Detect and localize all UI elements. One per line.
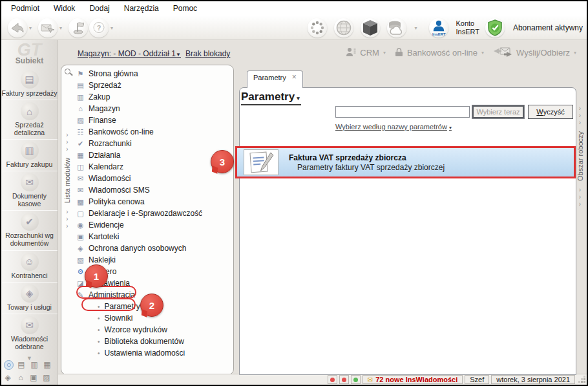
- konto-insert-button[interactable]: InsERT: [429, 18, 448, 38]
- tree-item-biblioteka-dokumentow[interactable]: •Biblioteka dokumentów: [73, 336, 233, 347]
- shortcut-icon-8[interactable]: ▨: [41, 373, 52, 383]
- menu-narzedzia[interactable]: Narzędzia: [117, 2, 166, 15]
- globe-button[interactable]: [334, 18, 353, 38]
- database-dropdown-caret[interactable]: ▾: [414, 25, 417, 31]
- back-dropdown-caret[interactable]: ▾: [29, 25, 32, 31]
- shortcut-icon-5[interactable]: ◈: [3, 373, 13, 383]
- ins-wiadomosci-box[interactable]: ✉ 72 nowe InsWiadomości: [362, 375, 463, 384]
- tree-item-dzialania[interactable]: ▦Działania: [73, 149, 233, 161]
- status-indicator-3: [351, 375, 361, 384]
- tree-item-wiadomosci-sms[interactable]: ✉Wiadomości SMS: [73, 184, 233, 196]
- parameter-search-input[interactable]: [335, 106, 470, 118]
- tree-item-finanse[interactable]: ▨Finanse: [73, 114, 233, 126]
- chevron-icon: ›: [579, 186, 581, 193]
- tree-item-wzorce-wydrukow[interactable]: •Wzorce wydruków: [73, 324, 233, 336]
- lista-modulow-strip[interactable]: › › › Lista modułów › › ›: [61, 65, 73, 374]
- magazyn-link[interactable]: Magazyn: - MOD - Oddział 1▼: [78, 49, 181, 58]
- tree-item-magazyn[interactable]: ⌂Magazyn: [73, 103, 233, 114]
- shortcut-icon-6[interactable]: ⌂: [16, 373, 26, 383]
- flag-icon: [72, 21, 84, 34]
- app-window: Podmiot Widok Dodaj Narzędzia Pomoc ▾ ▾ …: [0, 0, 588, 386]
- sidebar-item-sprzedaz-detaliczna[interactable]: ⌂ Sprzedaż detaliczna: [2, 100, 58, 140]
- cube-button[interactable]: [361, 18, 380, 38]
- sidebar-shortcut-row1: ○ ▤ ▥ ▦: [4, 360, 52, 370]
- crm-menu[interactable]: CRM ▾: [346, 47, 386, 58]
- crm-caret-icon: ▾: [383, 50, 386, 56]
- tree-item-rozrachunki[interactable]: ✔Rozrachunki: [73, 138, 233, 149]
- tree-item-zakup[interactable]: ▥Zakup: [73, 91, 233, 103]
- rozrachunki-icon: ✔: [21, 213, 39, 231]
- abonament-label: Abonament aktywny: [513, 23, 583, 32]
- tree-item-polityka-cenowa[interactable]: ▩Polityka cenowa: [73, 196, 233, 208]
- help-dropdown-caret[interactable]: ▾: [110, 25, 113, 31]
- status-indicator-2: [339, 375, 349, 384]
- shortcut-selected-icon[interactable]: ○: [4, 360, 14, 370]
- tree-item-deklaracje[interactable]: ▢Deklaracje i e-Sprawozdawczość: [73, 208, 233, 219]
- sidebar-item-wiadomosci-odebrane[interactable]: ✉ Wiadomości odebrane: [2, 314, 58, 353]
- tree-item-kartoteki[interactable]: ▣Kartoteki: [73, 231, 233, 242]
- annotation-outline-administracja: [76, 286, 136, 299]
- polityka-cenowa-icon: ▩: [76, 198, 85, 206]
- menu-podmiot[interactable]: Podmiot: [4, 2, 47, 15]
- green-dot-icon: [353, 378, 358, 382]
- module-tree-panel: › › › Lista modułów › › › ⚑Strona główna…: [61, 65, 234, 375]
- chevron-icon: ›: [579, 105, 581, 112]
- wyczysc-button[interactable]: Wyczyść: [528, 105, 573, 119]
- help-button[interactable]: ?: [89, 18, 109, 38]
- tree-item-strona-glowna[interactable]: ⚑Strona główna: [73, 68, 233, 80]
- tab-parametry[interactable]: Parametry ×: [247, 70, 303, 88]
- send-message-button[interactable]: [38, 18, 58, 38]
- sidebar-item-rozrachunki[interactable]: ✔ Rozrachunki wg dokumentów: [2, 211, 58, 250]
- magazyn-icon: ⌂: [76, 105, 85, 113]
- pin-icon[interactable]: [65, 69, 70, 74]
- wyslij-caret-icon: ▾: [574, 50, 576, 56]
- brak-blokady-link[interactable]: Brak blokady: [185, 49, 230, 58]
- tree-item-wiadomosci[interactable]: ✉Wiadomości: [73, 173, 233, 184]
- flag-button[interactable]: [68, 18, 88, 38]
- shortcut-icon-7[interactable]: ▣: [28, 373, 39, 383]
- app-name-label: Subiekt: [1, 56, 58, 65]
- shortcut-icon-2[interactable]: ▤: [16, 360, 26, 370]
- abonament-shield-button[interactable]: [485, 18, 505, 38]
- parameter-row-faktura-vat[interactable]: Faktura VAT sprzedaży zbiorcza Parametry…: [235, 146, 576, 178]
- menu-pomoc[interactable]: Pomoc: [166, 2, 204, 15]
- shortcut-icon-3[interactable]: ▥: [29, 360, 39, 370]
- menu-dodaj[interactable]: Dodaj: [82, 2, 116, 15]
- chevron-icon: ›: [66, 215, 68, 222]
- back-arrow-button[interactable]: [8, 18, 27, 38]
- tree-item-kalendarz[interactable]: ◫Kalendarz: [73, 161, 233, 173]
- wyslij-odbierz-menu[interactable]: Wyślij/Odbierz ▾: [493, 47, 576, 58]
- sidebar-item-dokumenty-kasowe[interactable]: ✉ Dokumenty kasowe: [2, 171, 58, 211]
- sync-spinner-button[interactable]: [308, 18, 327, 38]
- resize-grip[interactable]: [578, 376, 586, 383]
- page-title[interactable]: Parametry▾: [241, 91, 301, 105]
- sidebar-item-faktury-zakupu[interactable]: ▥ Faktury zakupu: [2, 140, 58, 171]
- deklaracje-icon: ▢: [76, 209, 85, 218]
- menu-widok[interactable]: Widok: [47, 2, 82, 15]
- tree-item-ochrona-danych[interactable]: ◈Ochrona danych osobowych: [73, 242, 233, 254]
- finanse-icon: ▨: [76, 116, 85, 125]
- database-cloud-button[interactable]: [387, 18, 406, 38]
- tree-item-ustawienia-wiadomosci[interactable]: •Ustawienia wiadomości: [73, 347, 233, 359]
- rozrachunki-tree-icon: ✔: [76, 140, 85, 148]
- sidebar-item-kontrahenci[interactable]: ☺ Kontrahenci: [2, 251, 58, 283]
- bankowosc-menu[interactable]: Bankowość on-line ▾: [395, 48, 484, 58]
- tree-item-ewidencje[interactable]: ◉Ewidencje: [73, 219, 233, 231]
- send-dropdown-caret[interactable]: ▾: [59, 25, 62, 31]
- filter-by-name-link[interactable]: Wybierz według nazwy parametrów▾: [335, 123, 452, 131]
- tab-close-icon[interactable]: ×: [292, 74, 297, 80]
- wiadomosci-icon: ✉: [76, 175, 85, 183]
- wiadomosci-sms-icon: ✉: [76, 186, 85, 195]
- date-box: wtorek, 3 sierpnia 2021: [491, 375, 575, 384]
- sidebar-item-faktury-sprzedazy[interactable]: ▤ Faktury sprzedaży: [2, 69, 58, 100]
- chevron-icon: ›: [579, 112, 581, 119]
- sidebar-item-towary-uslugi[interactable]: ◈ Towary i usługi: [2, 283, 58, 314]
- wybierz-teraz-button[interactable]: Wybierz teraz: [472, 105, 525, 119]
- document-pen-icon: [244, 149, 278, 175]
- obszar-roboczy-label: Obszar roboczy: [576, 131, 584, 181]
- tree-item-sprzedaz[interactable]: ▤Sprzedaż: [73, 80, 233, 91]
- tree-item-bankowosc[interactable]: ☷Bankowość on-line: [73, 126, 233, 138]
- bullet-icon: •: [98, 338, 100, 345]
- shortcut-icon-4[interactable]: ▦: [42, 360, 52, 370]
- lock-icon: [395, 48, 403, 57]
